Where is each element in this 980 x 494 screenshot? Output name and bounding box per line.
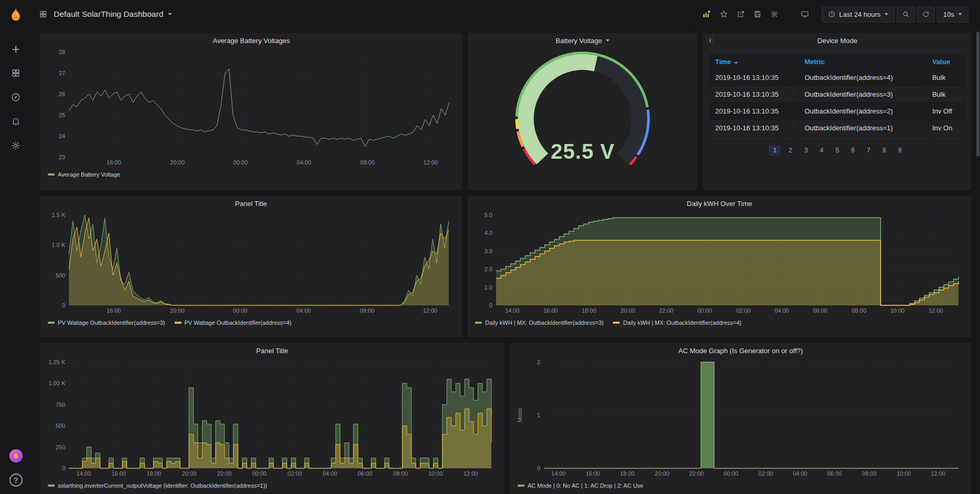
column-header-time[interactable]: Time: [710, 55, 799, 69]
svg-text:1.0: 1.0: [484, 284, 492, 291]
table-pagination: 123456789: [703, 145, 971, 156]
dashboard-row-3: Panel Title 14:0016:0018:0020:0022:0000:…: [40, 343, 972, 494]
daily-kwh-chart[interactable]: 14:0016:0018:0020:0022:0000:0002:0004:00…: [472, 211, 967, 315]
page-button-5[interactable]: 5: [831, 145, 843, 156]
svg-text:1.00 K: 1.00 K: [48, 380, 65, 386]
dashboard-grid-icon[interactable]: [39, 10, 47, 18]
svg-text:16:00: 16:00: [106, 307, 121, 314]
svg-text:23: 23: [59, 154, 65, 160]
table-row: 2019-10-16 13:10:35OutbackIdentifier(add…: [710, 103, 965, 120]
dashboard-grid: Average Battery Voltages 16:0020:0000:00…: [32, 28, 980, 494]
configuration-gear-icon[interactable]: [10, 140, 22, 151]
svg-text:06:00: 06:00: [827, 470, 842, 477]
vertical-scrollbar[interactable]: [975, 28, 980, 494]
legend-label: solarthing.inverterCurrent_outputVoltage…: [58, 482, 267, 489]
svg-text:02:00: 02:00: [288, 470, 302, 477]
inverter-output-chart[interactable]: 14:0016:0018:0020:0022:0000:0002:0004:00…: [45, 358, 500, 478]
alerting-bell-icon[interactable]: [10, 116, 22, 127]
cycle-view-monitor-icon[interactable]: [801, 10, 809, 18]
page-button-7[interactable]: 7: [863, 145, 875, 156]
svg-text:08:00: 08:00: [862, 470, 877, 477]
device-mode-table: TimeMetricValue2019-10-16 13:10:35Outbac…: [709, 54, 965, 137]
share-icon[interactable]: [736, 10, 745, 18]
panel-header[interactable]: Panel Title: [41, 343, 504, 358]
svg-text:04:00: 04:00: [793, 470, 807, 477]
legend-item[interactable]: PV Wattage OutbackIdentifier(address=3): [48, 320, 165, 326]
legend-item[interactable]: Average Battery Voltage: [48, 171, 120, 178]
legend-item[interactable]: Daily kWH | MX: OutbackIdentifier(addres…: [475, 320, 603, 326]
settings-gear-icon[interactable]: [770, 10, 779, 18]
svg-text:12:00: 12:00: [463, 470, 478, 477]
svg-text:10:00: 10:00: [891, 307, 905, 314]
panel-title: Daily kWH Over Time: [687, 200, 752, 208]
panel-daily-kwh: Daily kWH Over Time 14:0016:0018:0020:00…: [467, 195, 972, 337]
ac-mode-chart[interactable]: 14:0016:0018:0020:0022:0000:0002:0004:00…: [514, 358, 967, 478]
svg-text:12:00: 12:00: [423, 307, 438, 314]
panel-device-mode: i Device Mode TimeMetricValue2019-10-16 …: [703, 33, 972, 190]
refresh-button[interactable]: [917, 6, 935, 23]
panel-ac-mode: AC Mode Graph (Is Generator on or off?) …: [510, 343, 972, 494]
page-button-2[interactable]: 2: [784, 145, 796, 156]
zoom-out-button[interactable]: [897, 6, 915, 23]
panel-header[interactable]: Device Mode: [703, 33, 971, 48]
dashboards-icon[interactable]: [10, 67, 22, 79]
grafana-logo-icon[interactable]: [6, 6, 25, 25]
page-button-9[interactable]: 9: [894, 145, 906, 156]
grafana-app: +: [0, 0, 980, 494]
svg-text:4.0: 4.0: [484, 230, 492, 236]
gauge-arc: [468, 48, 697, 190]
svg-text:20:00: 20:00: [621, 307, 635, 314]
page-button-1[interactable]: 1: [769, 145, 781, 156]
svg-text:20:00: 20:00: [655, 470, 670, 477]
table-cell: 2019-10-16 13:10:35: [710, 103, 799, 120]
page-button-6[interactable]: 6: [847, 145, 859, 156]
svg-text:00:00: 00:00: [723, 470, 738, 477]
panel-header[interactable]: AC Mode Graph (Is Generator on or off?): [510, 343, 971, 358]
pv-wattage-chart[interactable]: 16:0020:0000:0004:0008:0012:0005001.0 K1…: [45, 211, 457, 315]
legend-label: PV Wattage OutbackIdentifier(address=3): [58, 320, 165, 326]
create-plus-icon[interactable]: +: [10, 43, 22, 55]
panel-header[interactable]: Daily kWH Over Time: [468, 196, 971, 211]
svg-text:14:00: 14:00: [76, 470, 91, 477]
add-panel-icon[interactable]: [702, 9, 711, 19]
column-header-metric[interactable]: Metric: [799, 55, 927, 69]
svg-text:06:00: 06:00: [358, 470, 372, 477]
star-icon[interactable]: [720, 10, 728, 18]
page-button-8[interactable]: 8: [878, 145, 890, 156]
chart-legend: solarthing.inverterCurrent_outputVoltage…: [41, 480, 504, 491]
panel-header[interactable]: Average Battery Voltages: [41, 33, 462, 48]
avg-battery-voltage-chart[interactable]: 16:0020:0000:0004:0008:0012:002324252627…: [45, 48, 458, 167]
page-button-3[interactable]: 3: [800, 145, 812, 156]
svg-text:16:00: 16:00: [107, 159, 122, 166]
svg-text:16:00: 16:00: [543, 307, 558, 314]
chevron-down-icon: [884, 13, 888, 15]
scrollbar-thumb[interactable]: [976, 32, 979, 157]
explore-compass-icon[interactable]: [10, 91, 22, 103]
refresh-icon: [922, 11, 930, 18]
save-icon[interactable]: [753, 10, 762, 18]
legend-item[interactable]: Daily kWH | MX: OutbackIdentifier(addres…: [613, 320, 741, 326]
svg-text:04:00: 04:00: [775, 307, 790, 314]
info-icon[interactable]: i: [706, 36, 714, 44]
legend-item[interactable]: solarthing.inverterCurrent_outputVoltage…: [48, 482, 267, 489]
time-range-label: Last 24 hours: [839, 11, 881, 18]
svg-text:5.0: 5.0: [484, 212, 492, 218]
legend-item[interactable]: PV Wattage OutbackIdentifier(address=4): [175, 320, 292, 326]
legend-item[interactable]: AC Mode | 0: No AC | 1: AC Drop | 2: AC …: [518, 482, 643, 489]
page-button-4[interactable]: 4: [816, 145, 828, 156]
panel-header[interactable]: Battery Voltage: [468, 33, 697, 48]
time-controls: Last 24 hours: [822, 6, 968, 23]
chevron-down-icon: [605, 39, 610, 42]
svg-text:04:00: 04:00: [322, 470, 337, 477]
column-header-value[interactable]: Value: [927, 55, 965, 69]
svg-text:16:00: 16:00: [112, 470, 126, 477]
time-range-picker[interactable]: Last 24 hours: [822, 6, 895, 23]
svg-text:12:00: 12:00: [931, 470, 945, 477]
panel-header[interactable]: Panel Title: [41, 196, 461, 211]
dashboard-title-dropdown[interactable]: Default SolarThing Dashboard: [54, 9, 172, 19]
user-avatar[interactable]: [9, 449, 23, 463]
refresh-interval-dropdown[interactable]: 10s: [937, 6, 968, 23]
help-icon[interactable]: ?: [9, 474, 23, 487]
legend-swatch: [48, 173, 55, 176]
svg-text:250: 250: [56, 444, 65, 450]
